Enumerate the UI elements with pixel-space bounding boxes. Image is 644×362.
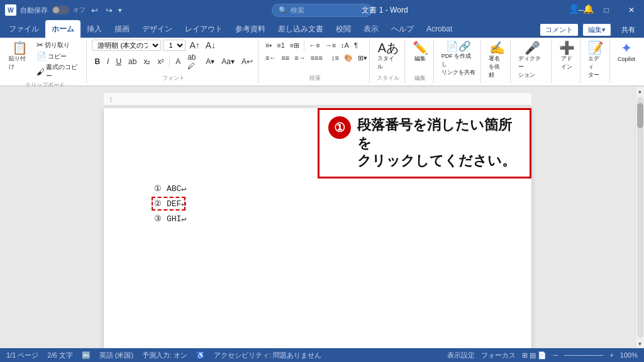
pdf-button[interactable]: 📄🔗 PDF を作成しリンクを共有 <box>439 40 479 78</box>
tab-help[interactable]: ヘルプ <box>385 20 420 38</box>
align-right-button[interactable]: ≡→ <box>292 53 307 62</box>
highlight-button[interactable]: ab🖊 <box>185 52 201 71</box>
numbering-button[interactable]: ≡1 <box>275 41 287 50</box>
format-painter-button[interactable]: 🖌書式のコピー <box>35 62 84 81</box>
tab-home[interactable]: ホーム <box>45 20 80 38</box>
align-left-button[interactable]: ≡← <box>264 53 278 62</box>
bullets-button[interactable]: ≡• <box>264 41 274 50</box>
status-right: 表示設定 フォーカス ⊞ ▤ 📄 ─ ──────── + 100% <box>447 351 638 360</box>
cut-button[interactable]: ✂切り取り <box>35 40 84 50</box>
decrease-indent-button[interactable]: ←≡ <box>307 41 321 50</box>
scrollbar[interactable]: ▲ ▼ <box>635 87 644 348</box>
redo-icon[interactable]: ↪ <box>104 6 114 15</box>
focus-label[interactable]: フォーカス <box>481 351 516 360</box>
tab-references[interactable]: 参考資料 <box>229 20 272 38</box>
copy-button[interactable]: 📄コピー <box>35 51 84 62</box>
zoom-minus-btn[interactable]: ─ <box>553 351 558 359</box>
sort-button[interactable]: ↕A <box>339 41 351 50</box>
zoom-slider[interactable]: ──────── <box>564 351 603 359</box>
font-size-increase[interactable]: A↑ <box>187 40 201 51</box>
editor-button[interactable]: 📝 エディター <box>586 40 607 80</box>
view-settings-label[interactable]: 表示設定 <box>447 351 475 360</box>
tab-review[interactable]: 校閲 <box>330 20 357 38</box>
ribbon-group-styles: Aあ スタイル スタイル <box>372 40 405 84</box>
scroll-up-button[interactable]: ▲ <box>636 87 645 96</box>
ribbon-toolbar: 📋 貼り付け ✂切り取り 📄コピー 🖌書式のコピー クリップボード <box>4 40 640 85</box>
maximize-button[interactable]: □ <box>594 0 619 20</box>
justify-button[interactable]: ≡≡≡ <box>309 53 325 62</box>
increase-indent-button[interactable]: →≡ <box>323 41 338 50</box>
undo-icon[interactable]: ↩ <box>89 6 100 15</box>
strikethrough-button[interactable]: ab <box>126 57 139 67</box>
comment-button[interactable]: コメント <box>540 23 579 36</box>
multilevel-button[interactable]: ≡⊞ <box>288 41 301 50</box>
scroll-thumb[interactable] <box>637 103 643 128</box>
tab-insert[interactable]: 挿入 <box>80 20 108 38</box>
list-item[interactable]: ① ABC↵ <box>154 184 481 194</box>
dictate-button[interactable]: 🎤 ディクテーション <box>516 40 548 80</box>
zoom-plus-btn[interactable]: + <box>609 351 613 359</box>
addin-button[interactable]: ➕ アドイン <box>557 40 577 72</box>
tab-acrobat[interactable]: Acrobat <box>420 20 458 38</box>
share-button[interactable]: 共有 <box>615 24 641 36</box>
font-family-select[interactable]: 游明朝 (本文のフォント) <box>92 40 161 51</box>
close-button[interactable]: ✕ <box>619 0 644 20</box>
edit-label: 編集 <box>410 74 431 82</box>
document-page[interactable]: ① 段落番号を消したい箇所を クリックしてください。 ① ABC↵ ② DEF↵ <box>104 108 531 348</box>
ribbon-group-paragraph: ≡• ≡1 ≡⊞ ←≡ →≡ ↕A ¶ ≡← ≡≡ ≡→ ≡≡≡ <box>261 40 370 84</box>
paragraph-label: 段落 <box>264 74 367 82</box>
ribbon-group-copilot: ✦ Copilot <box>613 40 640 84</box>
borders-button[interactable]: ⊞▾ <box>356 53 369 63</box>
search-icon: 🔍 <box>279 6 287 14</box>
superscript-button[interactable]: x² <box>155 57 166 67</box>
quick-access-more[interactable]: ▾ <box>118 6 122 14</box>
tab-view[interactable]: 表示 <box>357 20 385 38</box>
show-marks-button[interactable]: ¶ <box>352 41 360 50</box>
document-area[interactable]: | ① 段落番号を消したい箇所を クリックしてください。 ① ABC↵ <box>0 87 635 348</box>
scroll-track[interactable] <box>637 97 643 338</box>
minimize-button[interactable]: ─ <box>569 0 594 20</box>
italic-button[interactable]: I <box>104 57 111 67</box>
font-size-select[interactable]: 11 <box>163 40 186 51</box>
autosave-toggle[interactable] <box>52 6 69 14</box>
ribbon-group-clipboard: 📋 貼り付け ✂切り取り 📄コピー 🖌書式のコピー クリップボード <box>4 40 87 84</box>
copilot-button[interactable]: ✦ Copilot <box>615 40 638 63</box>
tab-draw[interactable]: 描画 <box>108 20 136 38</box>
clear-format-button[interactable]: A↩ <box>239 57 255 67</box>
search-bar[interactable]: 🔍 検索 <box>272 4 372 17</box>
list-item-def[interactable]: ② DEF↵ <box>154 199 481 209</box>
edit-group-button[interactable]: ✏️ 編集 <box>410 40 431 64</box>
underline-button[interactable]: U <box>113 57 124 67</box>
tab-mailings[interactable]: 差し込み文書 <box>272 20 330 38</box>
view-icons: ⊞ ▤ 📄 <box>522 351 547 359</box>
ribbon-tabs: ファイル ホーム 挿入 描画 デザイン レイアウト 参考資料 差し込み文書 校閲… <box>0 20 644 38</box>
font-label: フォント <box>92 74 255 82</box>
callout-text-line2: クリックしてください。 <box>357 152 521 170</box>
language-status: 🔤 <box>82 351 91 359</box>
line-spacing-button[interactable]: ↕≡ <box>330 53 341 62</box>
edit-button[interactable]: 編集▾ <box>582 23 611 36</box>
accessibility-label: アクセシビリティ: 問題ありません <box>214 351 321 360</box>
title-bar-left: W 自動保存 オフ ↩ ↪ ▾ <box>5 4 122 16</box>
autosave-knob <box>53 7 59 13</box>
align-center-button[interactable]: ≡≡ <box>279 53 291 62</box>
case-button[interactable]: Aa▾ <box>219 57 237 67</box>
list-num-2: ② <box>154 199 167 208</box>
bold-button[interactable]: B <box>92 57 103 67</box>
tab-design[interactable]: デザイン <box>136 20 179 38</box>
tab-layout[interactable]: レイアウト <box>179 20 229 38</box>
sign-button[interactable]: ✍️ 署名を依頼 <box>486 40 508 80</box>
ribbon-content-area: 📋 貼り付け ✂切り取り 📄コピー 🖌書式のコピー クリップボード <box>0 38 644 86</box>
shading-button[interactable]: 🎨 <box>342 53 355 63</box>
paste-button[interactable]: 📋 貼り付け <box>6 40 33 72</box>
styles-button[interactable]: Aあ スタイル <box>375 40 402 72</box>
tab-file[interactable]: ファイル <box>3 20 45 38</box>
ribbon-group-dictate: 🎤 ディクテーション <box>513 40 552 84</box>
scroll-down-button[interactable]: ▼ <box>636 339 645 348</box>
font-color2-button[interactable]: A▾ <box>203 57 217 67</box>
list-item[interactable]: ③ GHI↵ <box>154 214 481 224</box>
font-size-decrease[interactable]: A↓ <box>204 40 218 51</box>
font-color-button[interactable]: A <box>173 57 183 67</box>
subscript-button[interactable]: x₂ <box>141 57 153 67</box>
callout-number: ① <box>328 116 351 139</box>
